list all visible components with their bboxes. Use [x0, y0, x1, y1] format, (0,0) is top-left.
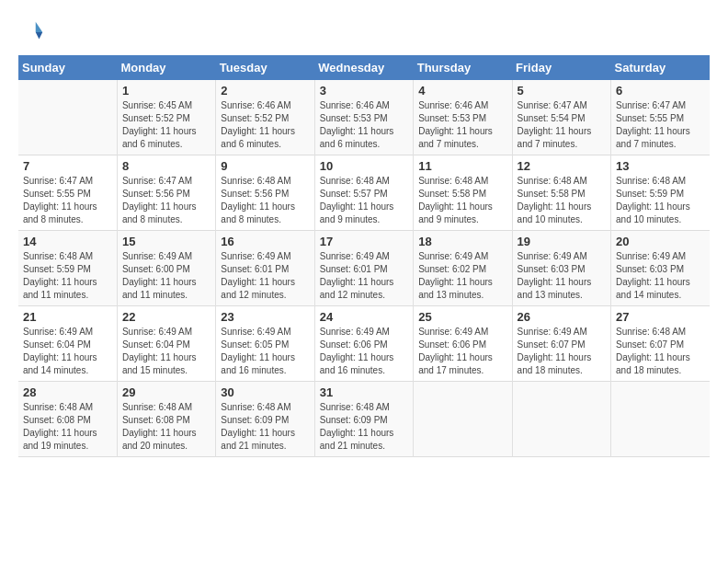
calendar-cell [414, 382, 512, 457]
day-number: 10 [320, 159, 408, 173]
day-info: Sunrise: 6:46 AMSunset: 5:53 PMDaylight:… [418, 99, 506, 151]
day-info: Sunrise: 6:48 AMSunset: 5:56 PMDaylight:… [221, 175, 309, 226]
weekday-header-friday: Friday [512, 55, 610, 80]
day-number: 7 [23, 159, 112, 173]
weekday-header-tuesday: Tuesday [216, 55, 314, 80]
day-info: Sunrise: 6:49 AMSunset: 6:04 PMDaylight:… [23, 326, 112, 377]
calendar-cell: 14Sunrise: 6:48 AMSunset: 5:59 PMDayligh… [18, 231, 117, 306]
calendar-cell: 29Sunrise: 6:48 AMSunset: 6:08 PMDayligh… [117, 382, 215, 457]
day-number: 16 [221, 235, 309, 248]
calendar-cell: 24Sunrise: 6:49 AMSunset: 6:06 PMDayligh… [314, 306, 413, 382]
day-info: Sunrise: 6:48 AMSunset: 5:59 PMDaylight:… [616, 175, 705, 226]
calendar-cell: 10Sunrise: 6:48 AMSunset: 5:57 PMDayligh… [314, 155, 413, 231]
calendar-cell: 15Sunrise: 6:49 AMSunset: 6:00 PMDayligh… [117, 231, 215, 306]
calendar-cell: 8Sunrise: 6:47 AMSunset: 5:56 PMDaylight… [117, 155, 215, 231]
day-number: 24 [320, 310, 408, 324]
calendar-cell: 31Sunrise: 6:48 AMSunset: 6:09 PMDayligh… [314, 382, 413, 457]
day-number: 17 [320, 235, 408, 248]
day-number: 5 [518, 84, 606, 98]
day-number: 3 [320, 84, 408, 98]
day-number: 1 [122, 84, 210, 98]
calendar-cell: 21Sunrise: 6:49 AMSunset: 6:04 PMDayligh… [18, 306, 117, 382]
day-info: Sunrise: 6:46 AMSunset: 5:53 PMDaylight:… [320, 99, 408, 151]
day-number: 23 [221, 310, 309, 324]
day-number: 13 [616, 159, 705, 173]
calendar-cell: 16Sunrise: 6:49 AMSunset: 6:01 PMDayligh… [216, 231, 314, 306]
calendar-cell: 3Sunrise: 6:46 AMSunset: 5:53 PMDaylight… [314, 80, 413, 155]
day-info: Sunrise: 6:48 AMSunset: 6:09 PMDaylight:… [221, 401, 309, 453]
calendar-week-4: 21Sunrise: 6:49 AMSunset: 6:04 PMDayligh… [18, 306, 710, 382]
calendar-cell: 27Sunrise: 6:48 AMSunset: 6:07 PMDayligh… [611, 306, 710, 382]
logo-icon [18, 18, 46, 46]
calendar-cell: 11Sunrise: 6:48 AMSunset: 5:58 PMDayligh… [414, 155, 512, 231]
calendar-cell: 26Sunrise: 6:49 AMSunset: 6:07 PMDayligh… [512, 306, 610, 382]
calendar-cell: 1Sunrise: 6:45 AMSunset: 5:52 PMDaylight… [117, 80, 215, 155]
day-info: Sunrise: 6:47 AMSunset: 5:55 PMDaylight:… [23, 175, 112, 226]
day-info: Sunrise: 6:47 AMSunset: 5:55 PMDaylight:… [616, 99, 705, 151]
day-number: 31 [320, 385, 408, 399]
day-number: 9 [221, 159, 309, 173]
day-info: Sunrise: 6:45 AMSunset: 5:52 PMDaylight:… [122, 99, 210, 151]
day-info: Sunrise: 6:49 AMSunset: 6:03 PMDaylight:… [518, 250, 606, 302]
logo [18, 18, 50, 46]
calendar-cell: 13Sunrise: 6:48 AMSunset: 5:59 PMDayligh… [611, 155, 710, 231]
day-info: Sunrise: 6:49 AMSunset: 6:04 PMDaylight:… [122, 326, 210, 377]
day-info: Sunrise: 6:49 AMSunset: 6:00 PMDaylight:… [122, 250, 210, 302]
calendar-cell: 18Sunrise: 6:49 AMSunset: 6:02 PMDayligh… [414, 231, 512, 306]
day-number: 4 [418, 84, 506, 98]
weekday-header-thursday: Thursday [414, 55, 512, 80]
day-number: 19 [518, 235, 606, 248]
day-info: Sunrise: 6:48 AMSunset: 6:07 PMDaylight:… [616, 326, 705, 377]
calendar-cell: 5Sunrise: 6:47 AMSunset: 5:54 PMDaylight… [512, 80, 610, 155]
day-info: Sunrise: 6:47 AMSunset: 5:56 PMDaylight:… [122, 175, 210, 226]
day-number: 22 [122, 310, 210, 324]
calendar-cell: 22Sunrise: 6:49 AMSunset: 6:04 PMDayligh… [117, 306, 215, 382]
day-number: 18 [418, 235, 506, 248]
day-info: Sunrise: 6:49 AMSunset: 6:01 PMDaylight:… [320, 250, 408, 302]
day-number: 26 [518, 310, 606, 324]
weekday-header-sunday: Sunday [18, 55, 117, 80]
day-info: Sunrise: 6:46 AMSunset: 5:52 PMDaylight:… [221, 99, 309, 151]
calendar-table: SundayMondayTuesdayWednesdayThursdayFrid… [18, 55, 710, 457]
day-info: Sunrise: 6:49 AMSunset: 6:07 PMDaylight:… [518, 326, 606, 377]
svg-marker-0 [36, 22, 43, 32]
day-number: 30 [221, 385, 309, 399]
calendar-cell: 19Sunrise: 6:49 AMSunset: 6:03 PMDayligh… [512, 231, 610, 306]
day-info: Sunrise: 6:47 AMSunset: 5:54 PMDaylight:… [518, 99, 606, 151]
day-number: 12 [518, 159, 606, 173]
day-info: Sunrise: 6:49 AMSunset: 6:06 PMDaylight:… [418, 326, 506, 377]
calendar-cell: 23Sunrise: 6:49 AMSunset: 6:05 PMDayligh… [216, 306, 314, 382]
calendar-cell: 17Sunrise: 6:49 AMSunset: 6:01 PMDayligh… [314, 231, 413, 306]
day-number: 27 [616, 310, 705, 324]
calendar-week-2: 7Sunrise: 6:47 AMSunset: 5:55 PMDaylight… [18, 155, 710, 231]
calendar-cell: 30Sunrise: 6:48 AMSunset: 6:09 PMDayligh… [216, 382, 314, 457]
calendar-cell [512, 382, 610, 457]
day-number: 14 [23, 235, 112, 248]
day-number: 28 [23, 385, 112, 399]
calendar-week-1: 1Sunrise: 6:45 AMSunset: 5:52 PMDaylight… [18, 80, 710, 155]
calendar-cell: 12Sunrise: 6:48 AMSunset: 5:58 PMDayligh… [512, 155, 610, 231]
calendar-cell: 9Sunrise: 6:48 AMSunset: 5:56 PMDaylight… [216, 155, 314, 231]
day-info: Sunrise: 6:48 AMSunset: 5:59 PMDaylight:… [23, 250, 112, 302]
weekday-header-saturday: Saturday [611, 55, 710, 80]
day-number: 25 [418, 310, 506, 324]
day-info: Sunrise: 6:48 AMSunset: 5:58 PMDaylight:… [418, 175, 506, 226]
day-number: 21 [23, 310, 112, 324]
day-info: Sunrise: 6:48 AMSunset: 6:08 PMDaylight:… [122, 401, 210, 453]
calendar-cell: 28Sunrise: 6:48 AMSunset: 6:08 PMDayligh… [18, 382, 117, 457]
day-number: 15 [122, 235, 210, 248]
calendar-cell: 7Sunrise: 6:47 AMSunset: 5:55 PMDaylight… [18, 155, 117, 231]
day-info: Sunrise: 6:48 AMSunset: 6:09 PMDaylight:… [320, 401, 408, 453]
weekday-header-row: SundayMondayTuesdayWednesdayThursdayFrid… [18, 55, 710, 80]
svg-marker-1 [36, 32, 43, 40]
day-number: 2 [221, 84, 309, 98]
weekday-header-wednesday: Wednesday [314, 55, 413, 80]
calendar-cell: 20Sunrise: 6:49 AMSunset: 6:03 PMDayligh… [611, 231, 710, 306]
page-header [18, 18, 710, 46]
calendar-cell [611, 382, 710, 457]
calendar-cell: 2Sunrise: 6:46 AMSunset: 5:52 PMDaylight… [216, 80, 314, 155]
day-number: 8 [122, 159, 210, 173]
day-number: 11 [418, 159, 506, 173]
day-info: Sunrise: 6:48 AMSunset: 5:58 PMDaylight:… [518, 175, 606, 226]
calendar-cell: 25Sunrise: 6:49 AMSunset: 6:06 PMDayligh… [414, 306, 512, 382]
